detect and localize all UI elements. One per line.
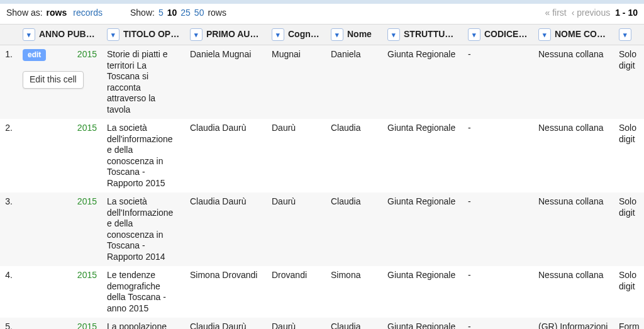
cell-cognome[interactable]: Daurù: [267, 119, 326, 192]
cell-collana[interactable]: (GR) Informazioni statistiche: [533, 318, 614, 329]
cell-cognome[interactable]: Mugnai: [267, 45, 326, 120]
page-size-10[interactable]: 10: [167, 8, 177, 18]
header-label: NOME COLLANA: [555, 29, 614, 39]
facet-button[interactable]: ▾: [387, 28, 400, 41]
header-label: Nome: [347, 29, 372, 39]
cell-cognome[interactable]: Drovandi: [267, 266, 326, 318]
row-index: 4.: [0, 266, 18, 318]
cell-struttura[interactable]: Giunta Regionale: [382, 318, 463, 329]
cell-isbn[interactable]: -: [463, 266, 533, 318]
header-index: [0, 25, 18, 45]
cell-isbn[interactable]: -: [463, 192, 533, 266]
cell-extra[interactable]: Solo digit: [614, 119, 644, 192]
header-collana[interactable]: ▾NOME COLLANA: [533, 25, 614, 45]
data-grid: ▾ANNO PUBBLIC. ▾TITOLO OPERA ▾PRIMO AUTO…: [0, 24, 644, 329]
facet-button[interactable]: ▾: [107, 28, 119, 41]
cell-cognome[interactable]: Daurù: [267, 192, 326, 266]
pager-previous[interactable]: ‹ previous: [572, 8, 610, 18]
facet-button[interactable]: ▾: [331, 28, 343, 41]
cell-anno[interactable]: 2015: [18, 119, 102, 192]
pager-first[interactable]: « first: [545, 8, 566, 18]
cell-struttura[interactable]: Giunta Regionale: [382, 119, 463, 192]
header-isbn[interactable]: ▾CODICE ISBN: [463, 25, 533, 45]
cell-collana[interactable]: Nessuna collana: [533, 119, 614, 192]
cell-titolo[interactable]: La società dell'informazione e della con…: [102, 119, 185, 192]
cell-struttura[interactable]: Giunta Regionale: [382, 192, 463, 266]
cell-extra[interactable]: Form digit: [614, 318, 644, 329]
cell-primo[interactable]: Simona Drovandi: [185, 266, 267, 318]
facet-button[interactable]: ▾: [23, 28, 35, 41]
row-index: 3.: [0, 192, 18, 266]
cell-anno[interactable]: 2015: [18, 266, 102, 318]
rows-label: rows: [208, 8, 226, 18]
table-row: 3.2015La società dell'Informazione e del…: [0, 192, 644, 266]
view-mode-records[interactable]: records: [73, 8, 103, 18]
header-label: CODICE ISBN: [484, 29, 533, 39]
header-nome[interactable]: ▾Nome: [326, 25, 382, 45]
cell-titolo[interactable]: La popolazione toscana e le biblioteche …: [102, 318, 185, 329]
view-toolbar: Show as: rows records Show: 5 10 25 50 r…: [0, 4, 644, 24]
table-row: 4.2015Le tendenze demografiche della Tos…: [0, 266, 644, 318]
cell-primo[interactable]: Daniela Mugnai: [185, 45, 267, 120]
cell-isbn[interactable]: -: [463, 119, 533, 192]
cell-collana[interactable]: Nessuna collana: [533, 266, 614, 318]
row-index: 2.: [0, 119, 18, 192]
show-count-label: Show:: [130, 8, 155, 18]
header-cognome[interactable]: ▾Cognome: [267, 25, 326, 45]
header-primo[interactable]: ▾PRIMO AUTORE: [185, 25, 267, 45]
facet-button[interactable]: ▾: [190, 28, 203, 41]
header-label: PRIMO AUTORE: [206, 29, 267, 39]
pager-range: 1 - 10: [615, 8, 638, 18]
facet-button[interactable]: ▾: [538, 28, 551, 41]
facet-button[interactable]: ▾: [468, 28, 480, 41]
header-anno[interactable]: ▾ANNO PUBBLIC.: [18, 25, 102, 45]
page-size-25[interactable]: 25: [180, 8, 191, 18]
header-label: TITOLO OPERA: [123, 29, 185, 39]
cell-extra[interactable]: Solo digit: [614, 266, 644, 318]
cell-primo[interactable]: Claudia Daurù: [185, 119, 267, 192]
table-row: 2.2015La società dell'informazione e del…: [0, 119, 644, 192]
cell-nome[interactable]: Claudia: [326, 119, 382, 192]
cell-extra[interactable]: Solo digit: [614, 192, 644, 266]
cell-titolo[interactable]: Storie di piatti e territori La Toscana …: [102, 45, 185, 120]
edit-cell-tooltip[interactable]: Edit this cell: [23, 71, 84, 89]
cell-anno[interactable]: 2015: [18, 318, 102, 329]
cell-nome[interactable]: Daniela: [326, 45, 382, 120]
table-row: 1.edit2015Edit this cellStorie di piatti…: [0, 45, 644, 120]
cell-isbn[interactable]: -: [463, 45, 533, 120]
cell-primo[interactable]: Claudia Daurù: [185, 192, 267, 266]
view-mode-rows[interactable]: rows: [47, 8, 67, 18]
header-titolo[interactable]: ▾TITOLO OPERA: [102, 25, 185, 45]
page-size-5[interactable]: 5: [158, 8, 164, 18]
header-label: ANNO PUBBLIC.: [39, 29, 102, 39]
row-index: 1.: [0, 45, 18, 120]
cell-titolo[interactable]: Le tendenze demografiche della Toscana -…: [102, 266, 185, 318]
page-size-50[interactable]: 50: [194, 8, 204, 18]
cell-cognome[interactable]: Daurù: [267, 318, 326, 329]
header-extra[interactable]: ▾: [614, 25, 644, 45]
header-label: STRUTTURA CH: [404, 29, 463, 39]
cell-collana[interactable]: Nessuna collana: [533, 192, 614, 266]
cell-anno[interactable]: edit2015Edit this cell: [18, 45, 102, 120]
facet-button[interactable]: ▾: [619, 28, 631, 41]
show-as-label: Show as:: [6, 8, 43, 18]
cell-isbn[interactable]: -: [463, 318, 533, 329]
cell-primo[interactable]: Claudia Daurù: [185, 318, 267, 329]
header-struttura[interactable]: ▾STRUTTURA CH: [382, 25, 463, 45]
edit-pill[interactable]: edit: [23, 49, 46, 61]
row-index: 5.: [0, 318, 18, 329]
facet-button[interactable]: ▾: [272, 28, 284, 41]
cell-anno[interactable]: 2015: [18, 192, 102, 266]
cell-nome[interactable]: Claudia: [326, 192, 382, 266]
cell-collana[interactable]: Nessuna collana: [533, 45, 614, 120]
cell-extra[interactable]: Solo digit: [614, 45, 644, 120]
header-label: Cognome: [288, 29, 326, 39]
cell-nome[interactable]: Simona: [326, 266, 382, 318]
cell-titolo[interactable]: La società dell'Informazione e della con…: [102, 192, 185, 266]
header-row: ▾ANNO PUBBLIC. ▾TITOLO OPERA ▾PRIMO AUTO…: [0, 25, 644, 45]
cell-struttura[interactable]: Giunta Regionale: [382, 266, 463, 318]
table-row: 5.2015La popolazione toscana e le biblio…: [0, 318, 644, 329]
cell-nome[interactable]: Claudia: [326, 318, 382, 329]
cell-struttura[interactable]: Giunta Regionale: [382, 45, 463, 120]
